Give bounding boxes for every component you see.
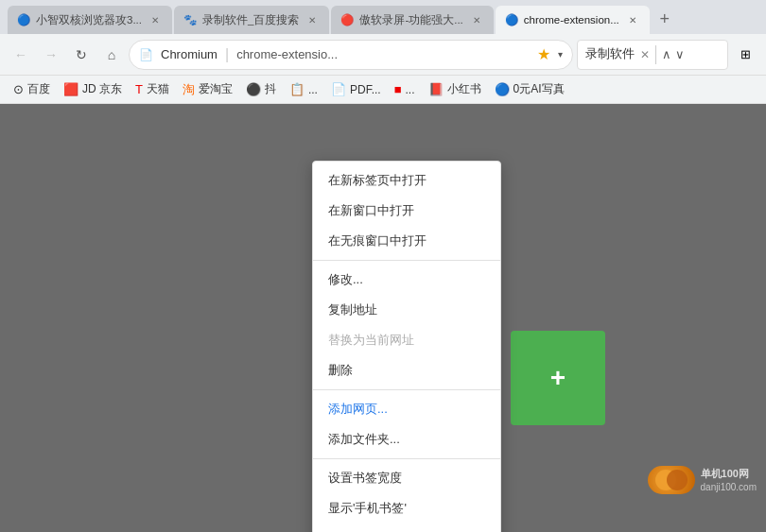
new-tab-button[interactable]: + — [652, 6, 678, 32]
tab-1-icon: 🔵 — [17, 13, 30, 26]
bookmarks-bar: ⊙ 百度 🟥 JD 京东 T 天猫 淘 爱淘宝 ⚫ 抖 📋 ... 📄 PDF.… — [0, 76, 766, 104]
grid-button[interactable]: ⊞ — [732, 42, 758, 68]
ai-icon: 🔵 — [495, 82, 510, 96]
tab-2[interactable]: 🐾 录制软件_百度搜索 ✕ — [174, 6, 329, 34]
bookmark-taobao[interactable]: 淘 爱淘宝 — [177, 78, 238, 101]
tab-3[interactable]: 🔴 傲软录屏-功能强大... ✕ — [331, 6, 493, 34]
bookmark-ai[interactable]: 🔵 0元AI写真 — [489, 78, 570, 101]
address-url: chrome-extensio... — [236, 47, 530, 61]
bookmark-tmall[interactable]: T 天猫 — [130, 78, 175, 101]
tab-4-title: chrome-extension... — [524, 14, 619, 26]
watermark: 单机100网 danji100.com — [648, 466, 757, 494]
nav-bar: ← → ↻ ⌂ 📄 Chromium | chrome-extensio... … — [0, 34, 766, 76]
menu-open-incognito[interactable]: 在无痕窗口中打开 — [313, 226, 500, 256]
tab-3-icon: 🔴 — [340, 13, 354, 26]
search-prev-icon[interactable]: ∧ — [662, 47, 671, 61]
tab-3-title: 傲软录屏-功能强大... — [359, 13, 462, 27]
menu-replace-url: 替换为当前网址 — [313, 325, 500, 355]
bookmark-douyin-label: 抖 — [265, 81, 276, 97]
watermark-logo — [648, 466, 695, 494]
menu-divider-3 — [313, 458, 500, 459]
menu-open-new-tab[interactable]: 在新标签页中打开 — [313, 165, 500, 196]
menu-set-width[interactable]: 设置书签宽度 — [313, 463, 500, 493]
menu-bookmark-manager[interactable]: 书签管理器 — [313, 523, 500, 532]
tab-1-close[interactable]: ✕ — [148, 12, 163, 27]
tab-4-icon: 🔵 — [505, 13, 518, 26]
tmall-icon: T — [135, 82, 143, 96]
svg-point-1 — [667, 470, 688, 490]
menu-copy-url[interactable]: 复制地址 — [313, 295, 500, 325]
tab-2-title: 录制软件_百度搜索 — [202, 13, 299, 27]
misc2-icon: ■ — [394, 82, 402, 96]
search-next-icon[interactable]: ∨ — [675, 47, 685, 61]
search-icons: ∧ ∨ — [662, 47, 685, 61]
bookmark-douyin[interactable]: ⚫ 抖 — [240, 78, 282, 101]
search-text: 录制软件 — [585, 46, 635, 62]
menu-edit[interactable]: 修改... — [313, 265, 500, 295]
tab-1[interactable]: 🔵 小智双核浏览器攻3... ✕ — [8, 6, 172, 34]
search-bar[interactable]: 录制软件 ✕ ∧ ∨ — [577, 40, 728, 70]
douyin-icon: ⚫ — [246, 82, 261, 96]
search-clear-icon[interactable]: ✕ — [640, 48, 650, 61]
menu-add-page[interactable]: 添加网页... — [313, 394, 500, 424]
refresh-button[interactable]: ↻ — [68, 42, 95, 68]
bookmark-misc2-label: ... — [406, 83, 415, 96]
bookmark-ai-label: 0元AI写真 — [514, 81, 565, 97]
bookmark-tmall-label: 天猫 — [147, 81, 169, 97]
menu-divider-1 — [313, 260, 500, 261]
bookmark-jd[interactable]: 🟥 JD 京东 — [58, 78, 128, 101]
bookmark-pdf[interactable]: 📄 PDF... — [325, 78, 387, 101]
taobao-icon: 淘 — [183, 81, 195, 98]
address-bar[interactable]: 📄 Chromium | chrome-extensio... ★ ▾ — [129, 40, 573, 70]
home-button[interactable]: ⌂ — [98, 42, 125, 68]
forward-button[interactable]: → — [38, 42, 64, 68]
tab-1-title: 小智双核浏览器攻3... — [36, 13, 142, 27]
bookmark-xiaohongshu-label: 小红书 — [447, 81, 481, 97]
tab-2-close[interactable]: ✕ — [305, 12, 320, 27]
page-content: + 在新标签页中打开 在新窗口中打开 在无痕窗口中打开 修改... 复制地址 替… — [0, 104, 766, 532]
bookmark-xiaohongshu[interactable]: 📕 小红书 — [423, 78, 487, 101]
back-button[interactable]: ← — [8, 42, 34, 68]
bookmark-taobao-label: 爱淘宝 — [199, 81, 233, 97]
tab-4-close[interactable]: ✕ — [625, 12, 640, 27]
bookmark-misc2[interactable]: ■ ... — [389, 78, 421, 101]
watermark-site: 单机100网 — [701, 467, 757, 480]
menu-delete[interactable]: 删除 — [313, 355, 500, 386]
watermark-url: danji100.com — [701, 481, 757, 493]
menu-open-new-window[interactable]: 在新窗口中打开 — [313, 196, 500, 226]
tab-bar: 🔵 小智双核浏览器攻3... ✕ 🐾 录制软件_百度搜索 ✕ 🔴 傲软录屏-功能… — [0, 0, 766, 34]
pdf-drop-area[interactable]: + — [511, 331, 605, 425]
browser-frame: 🔵 小智双核浏览器攻3... ✕ 🐾 录制软件_百度搜索 ✕ 🔴 傲软录屏-功能… — [0, 0, 766, 532]
baidu-icon: ⊙ — [13, 82, 24, 96]
star-icon[interactable]: ★ — [537, 45, 550, 63]
pdf-plus-label: + — [550, 363, 566, 393]
bookmark-pdf-label: PDF... — [350, 83, 381, 96]
misc1-icon: 📋 — [289, 82, 305, 96]
menu-divider-2 — [313, 389, 500, 390]
search-divider — [655, 45, 656, 64]
tab-2-icon: 🐾 — [183, 13, 197, 26]
bookmark-baidu-label: 百度 — [27, 81, 50, 97]
tab-3-close[interactable]: ✕ — [469, 12, 484, 27]
pdf-icon: 📄 — [139, 48, 153, 61]
chevron-down-icon[interactable]: ▾ — [558, 49, 563, 60]
chromium-label: Chromium — [161, 47, 218, 61]
context-menu: 在新标签页中打开 在新窗口中打开 在无痕窗口中打开 修改... 复制地址 替换为… — [312, 161, 501, 532]
jd-icon: 🟥 — [63, 82, 78, 96]
bookmark-pdf-icon: 📄 — [331, 82, 346, 96]
bookmark-jd-label: JD 京东 — [82, 81, 122, 97]
bookmark-baidu[interactable]: ⊙ 百度 — [8, 78, 56, 101]
tab-4[interactable]: 🔵 chrome-extension... ✕ — [496, 6, 650, 34]
bookmark-misc1[interactable]: 📋 ... — [284, 78, 323, 101]
bookmark-misc1-label: ... — [308, 83, 318, 96]
address-separator: | — [225, 46, 229, 63]
xiaohongshu-icon: 📕 — [428, 82, 444, 96]
menu-add-folder[interactable]: 添加文件夹... — [313, 424, 500, 455]
menu-show-mobile[interactable]: 显示'手机书签' — [313, 493, 500, 523]
